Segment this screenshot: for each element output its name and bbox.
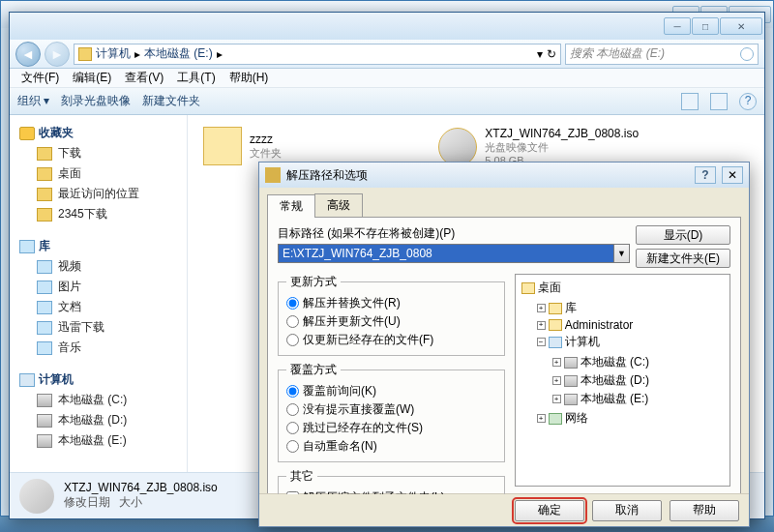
breadcrumb-segment[interactable]: 计算机 — [96, 45, 131, 62]
folder-icon — [203, 127, 242, 165]
radio-auto-rename[interactable]: 自动重命名(N) — [286, 437, 496, 456]
ok-button[interactable]: 确定 — [515, 500, 584, 521]
sidebar-item-recent[interactable]: 最近访问的位置 — [15, 184, 181, 204]
menu-help[interactable]: 帮助(H) — [223, 68, 275, 88]
tree-user[interactable]: +Administrator — [537, 317, 726, 333]
nav-forward-button[interactable]: ► — [45, 42, 70, 67]
sidebar-computer-header[interactable]: 计算机 — [15, 369, 181, 390]
drive-icon — [78, 47, 92, 61]
burn-image-button[interactable]: 刻录光盘映像 — [61, 93, 131, 109]
radio-skip-existing[interactable]: 跳过已经存在的文件(S) — [286, 419, 496, 437]
destination-path-input[interactable] — [278, 244, 614, 263]
file-type: 光盘映像文件 — [485, 140, 639, 155]
folder-icon — [37, 167, 52, 181]
sidebar-item-documents[interactable]: 文档 — [15, 297, 181, 317]
library-icon — [549, 303, 562, 314]
drive-icon — [37, 414, 52, 428]
sidebar-item-2345[interactable]: 2345下载 — [15, 204, 181, 224]
menu-edit[interactable]: 编辑(E) — [67, 68, 117, 88]
sidebar-item-drive-c[interactable]: 本地磁盘 (C:) — [15, 390, 181, 410]
sidebar-item-music[interactable]: 音乐 — [15, 338, 181, 358]
sidebar-item-drive-e[interactable]: 本地磁盘 (E:) — [15, 430, 181, 451]
view-options-icon[interactable] — [681, 93, 699, 110]
drive-icon — [37, 394, 52, 407]
drive-icon — [564, 375, 578, 387]
drive-icon — [564, 357, 578, 369]
iso-icon — [438, 128, 477, 166]
sidebar-item-drive-d[interactable]: 本地磁盘 (D:) — [15, 410, 181, 430]
radio-extract-replace[interactable]: 解压并替换文件(R) — [286, 294, 496, 312]
menu-tools[interactable]: 工具(T) — [171, 68, 221, 88]
user-icon — [549, 319, 562, 331]
check-subfolder[interactable]: 解压压缩文件到子文件夹(L) — [286, 488, 496, 495]
new-folder-button[interactable]: 新建文件夹(E) — [636, 249, 730, 268]
overwrite-mode-group: 覆盖方式 覆盖前询问(K) 没有提示直接覆盖(W) 跳过已经存在的文件(S) 自… — [278, 362, 505, 462]
sidebar-item-videos[interactable]: 视频 — [15, 256, 181, 277]
expand-icon[interactable]: + — [537, 414, 546, 423]
tree-network[interactable]: +网络 — [537, 409, 726, 428]
sidebar-item-pictures[interactable]: 图片 — [15, 277, 181, 297]
breadcrumb-segment[interactable]: 本地磁盘 (E:) — [144, 45, 213, 62]
sidebar-favorites-header[interactable]: 收藏夹 — [15, 123, 181, 143]
path-dropdown-button[interactable]: ▼ — [614, 244, 630, 263]
archive-icon — [265, 167, 281, 183]
expand-icon[interactable]: + — [552, 376, 561, 385]
iso-icon — [19, 479, 54, 514]
sidebar-item-downloads[interactable]: 下载 — [15, 143, 181, 163]
menu-view[interactable]: 查看(V) — [119, 68, 169, 88]
minimize-button[interactable]: ─ — [664, 17, 691, 35]
sidebar-libraries-header[interactable]: 库 — [15, 236, 181, 256]
drive-icon — [37, 434, 52, 448]
star-icon — [19, 127, 35, 140]
expand-icon[interactable]: + — [537, 321, 546, 330]
expand-icon[interactable]: + — [552, 358, 561, 367]
document-icon — [37, 301, 52, 314]
details-filename: XTZJ_WIN764_ZJB_0808.iso — [64, 481, 218, 494]
refresh-icon[interactable]: ↻ — [547, 47, 556, 61]
address-bar[interactable]: 计算机 ▸ 本地磁盘 (E:) ▸ ▾ ↻ — [74, 44, 561, 65]
address-dropdown-icon[interactable]: ▾ — [537, 47, 543, 61]
radio-fresh-existing[interactable]: 仅更新已经存在的文件(F) — [286, 331, 496, 349]
drive-icon — [564, 394, 578, 405]
radio-overwrite-noprompt[interactable]: 没有提示直接覆盖(W) — [286, 400, 496, 419]
nav-back-button[interactable]: ◄ — [15, 42, 41, 67]
file-type: 文件夹 — [250, 146, 282, 161]
tree-libraries[interactable]: +库 — [537, 299, 726, 317]
tree-drive-c[interactable]: +本地磁盘 (C:) — [552, 353, 726, 371]
maximize-button[interactable]: □ — [692, 17, 719, 35]
sidebar-item-thunder[interactable]: 迅雷下载 — [15, 317, 181, 338]
preview-pane-icon[interactable] — [710, 93, 728, 110]
folder-icon — [37, 321, 52, 335]
expand-icon[interactable]: + — [552, 395, 561, 403]
expand-icon[interactable]: + — [537, 304, 546, 312]
tree-drive-d[interactable]: +本地磁盘 (D:) — [552, 371, 726, 390]
show-button[interactable]: 显示(D) — [636, 225, 730, 245]
close-button[interactable]: ✕ — [720, 17, 762, 35]
library-icon — [19, 240, 35, 253]
dialog-help-button[interactable]: ? — [695, 166, 716, 184]
folder-tree[interactable]: 桌面 +库 +Administrator −计算机 +本地磁盘 (C:) +本地… — [515, 274, 730, 487]
radio-ask-overwrite[interactable]: 覆盖前询问(K) — [286, 382, 496, 400]
organize-button[interactable]: 组织 ▾ — [17, 93, 49, 109]
collapse-icon[interactable]: − — [537, 338, 546, 346]
new-folder-button[interactable]: 新建文件夹 — [142, 93, 200, 109]
video-icon — [37, 260, 52, 274]
tree-drive-e[interactable]: +本地磁盘 (E:) — [552, 390, 726, 408]
tab-general[interactable]: 常规 — [267, 194, 315, 218]
search-input[interactable]: 搜索 本地磁盘 (E:) — [565, 44, 759, 65]
search-icon — [740, 47, 754, 61]
radio-extract-update[interactable]: 解压并更新文件(U) — [286, 312, 496, 331]
computer-icon — [19, 373, 35, 387]
tree-desktop[interactable]: 桌面 +库 +Administrator −计算机 +本地磁盘 (C:) +本地… — [521, 279, 726, 429]
tab-advanced[interactable]: 高级 — [314, 193, 363, 217]
folder-icon — [37, 188, 52, 201]
cancel-button[interactable]: 取消 — [592, 500, 662, 521]
menu-file[interactable]: 文件(F) — [15, 68, 65, 88]
tree-computer[interactable]: −计算机 +本地磁盘 (C:) +本地磁盘 (D:) +本地磁盘 (E:) — [537, 333, 726, 409]
network-icon — [549, 413, 562, 425]
sidebar-item-desktop[interactable]: 桌面 — [15, 163, 181, 184]
help-icon[interactable]: ? — [739, 93, 757, 110]
dialog-close-button[interactable]: ✕ — [722, 166, 743, 184]
menu-bar: 文件(F) 编辑(E) 查看(V) 工具(T) 帮助(H) — [10, 69, 764, 88]
help-button[interactable]: 帮助 — [670, 500, 739, 521]
